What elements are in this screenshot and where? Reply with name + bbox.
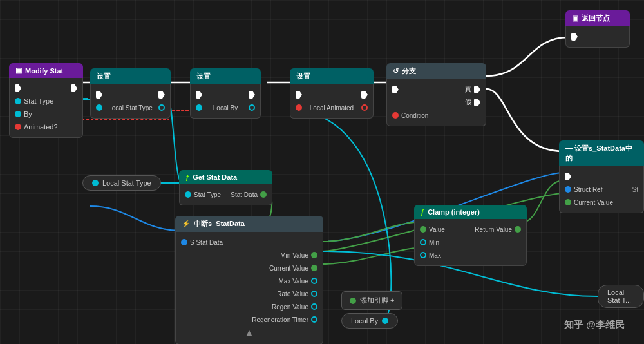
s-stat-data-in-row: S Stat Data	[176, 236, 323, 249]
set-sstatdata-exec-row	[560, 170, 643, 183]
break-body: S Stat Data Min Value Current Value Max …	[175, 232, 323, 344]
current-value-pin	[565, 199, 571, 205]
set3-exec-row	[290, 88, 373, 101]
set1-body: Local Stat Type	[90, 84, 171, 119]
set1-exec-in	[96, 91, 102, 99]
set-node-2: 设置 Local By	[190, 68, 261, 119]
return-val-pin	[515, 226, 521, 233]
max-pin	[420, 252, 426, 258]
modify-exec-out	[71, 84, 77, 92]
branch-true-out	[474, 86, 480, 93]
value-row: Value Return Value	[415, 223, 526, 236]
return-icon: ▣	[572, 14, 578, 23]
set3-in-pin	[296, 104, 302, 111]
condition-pin	[392, 112, 399, 119]
min-value-row: Min Value	[176, 249, 323, 262]
branch-node: ↺ 分支 真 假 Condition	[386, 63, 486, 126]
set1-in-pin	[96, 104, 102, 111]
animated-row: Animated?	[10, 120, 82, 133]
local-by-label: Local By	[341, 313, 398, 329]
clamp-header: ƒ Clamp (integer)	[414, 205, 527, 219]
return-node-body	[565, 26, 630, 48]
branch-header: ↺ 分支	[386, 63, 486, 79]
branch-false-row: 假	[387, 96, 486, 109]
local-stat-t-right-label: Local Stat T...	[598, 285, 644, 308]
local-stat-type-label: Local Stat Type	[82, 175, 161, 191]
struct-ref-pin	[565, 186, 571, 193]
set3-exec-out	[361, 91, 368, 99]
watermark: 知乎 @李维民	[564, 319, 625, 331]
local-stat-type-out-pin	[92, 180, 99, 186]
branch-exec-row: 真	[387, 83, 486, 96]
current-val-pin	[311, 265, 317, 271]
break-header: ⚡ 中断s_StatData	[175, 216, 323, 232]
clamp-node: ƒ Clamp (integer) Value Return Value Min…	[414, 205, 527, 266]
set-sstatdata-exec-in	[565, 173, 571, 180]
clamp-body: Value Return Value Min Max	[414, 219, 527, 266]
set1-exec-out	[158, 91, 165, 99]
return-node-header: ▣ 返回节点	[565, 10, 630, 26]
set2-exec-in	[196, 91, 202, 99]
return-exec-pin	[571, 33, 578, 41]
set2-local-by: Local By	[191, 101, 260, 114]
struct-ref-row: Struct Ref St	[560, 183, 643, 196]
modify-stat-node: ▣ Modify Stat Stat Type By Animated?	[9, 63, 83, 138]
value-in-pin	[420, 226, 426, 233]
min-pin	[420, 239, 426, 245]
set2-out-pin	[249, 104, 255, 111]
break-bottom-row: ▲	[176, 326, 323, 340]
set1-exec-row	[91, 88, 170, 101]
set3-body: Local Animated	[290, 84, 374, 119]
set2-exec-out	[249, 91, 255, 99]
set-node-3: 设置 Local Animated	[290, 68, 374, 119]
break-sstatdata-node: ⚡ 中断s_StatData S Stat Data Min Value Cur…	[175, 216, 323, 344]
stat-type-row: Stat Type	[10, 95, 82, 108]
modify-exec-in	[15, 84, 21, 92]
set3-header: 设置	[290, 68, 374, 84]
branch-false-out	[474, 99, 480, 106]
set3-local-animated: Local Animated	[290, 101, 373, 114]
max-value-row: Max Value	[176, 274, 323, 287]
set1-out-pin	[158, 104, 165, 111]
current-value-row: Current Value	[560, 196, 643, 209]
add-pin-green	[350, 298, 356, 304]
get-stat-data-node: ƒ Get Stat Data Stat Type Stat Data	[179, 170, 272, 205]
rate-value-pin	[311, 291, 317, 297]
return-node: ▣ 返回节点	[565, 10, 630, 48]
max-value-pin	[311, 278, 317, 284]
stat-data-out-pin	[260, 191, 267, 198]
min-value-pin	[311, 252, 317, 258]
local-by-pin	[382, 318, 388, 324]
by-pin	[15, 111, 21, 117]
current-val-row: Current Value	[176, 262, 323, 274]
get-stat-data-row: Stat Type Stat Data	[180, 188, 272, 201]
regen-timer-pin	[311, 316, 317, 323]
set2-exec-row	[191, 88, 260, 101]
set1-header: 设置	[90, 68, 171, 84]
condition-row: Condition	[387, 109, 486, 122]
set3-out-pin	[361, 104, 368, 111]
set-node-1: 设置 Local Stat Type	[90, 68, 171, 119]
set3-exec-in	[296, 91, 302, 99]
stat-type-in-pin	[185, 191, 191, 198]
branch-body: 真 假 Condition	[386, 79, 486, 126]
add-pin-node[interactable]: 添加引脚 +	[341, 291, 402, 310]
by-row: By	[10, 108, 82, 120]
set-sstatdata-node: — 设置s_StatData中的 Struct Ref St Current V…	[559, 140, 644, 213]
return-exec-row	[566, 30, 629, 43]
animated-pin	[15, 124, 21, 130]
s-stat-data-pin	[181, 239, 187, 245]
set-sstatdata-header: — 设置s_StatData中的	[559, 140, 644, 166]
get-stat-data-body: Stat Type Stat Data	[179, 184, 272, 205]
modify-stat-body: Stat Type By Animated?	[9, 78, 83, 138]
min-row: Min	[415, 236, 526, 249]
rate-value-row: Rate Value	[176, 287, 323, 300]
modify-icon: ▣	[15, 66, 22, 75]
set1-local-stat: Local Stat Type	[91, 101, 170, 114]
stat-type-pin	[15, 98, 21, 104]
modify-exec-row	[10, 82, 82, 95]
branch-exec-in	[392, 86, 399, 93]
get-stat-data-header: ƒ Get Stat Data	[179, 170, 272, 184]
modify-stat-header: ▣ Modify Stat	[9, 63, 83, 78]
set2-in-pin	[196, 104, 202, 111]
